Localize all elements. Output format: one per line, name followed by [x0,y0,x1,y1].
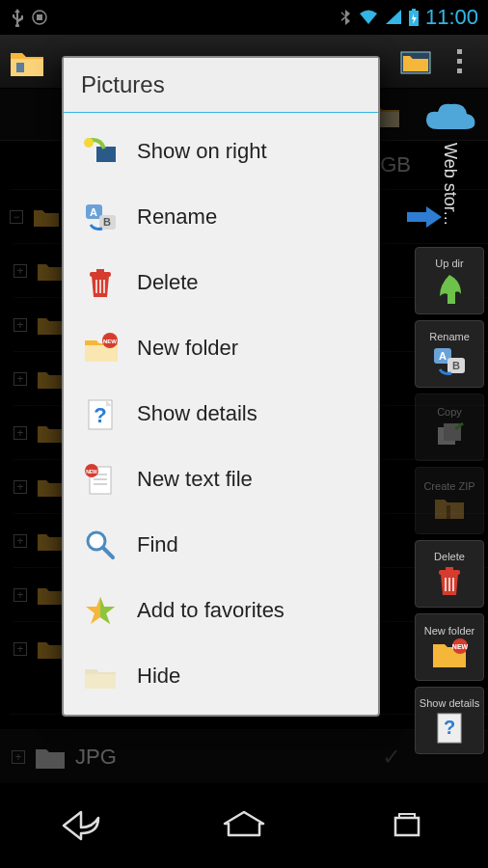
collapse-icon[interactable]: − [10,210,23,224]
sidebar-item-label: Rename [429,331,470,342]
sidebar-delete-button[interactable]: Delete [415,540,484,608]
sidebar-rename-button[interactable]: Rename AB [415,320,484,388]
expand-icon[interactable]: + [14,318,27,332]
svg-rect-16 [446,567,453,571]
folder-icon [37,314,64,336]
svg-rect-5 [16,63,24,72]
svg-text:NEW: NEW [103,339,117,344]
recent-icon [388,808,426,843]
menu-item-delete[interactable]: Delete [64,250,378,315]
svg-line-47 [103,548,113,557]
web-storage-button[interactable]: Web stor... [415,96,484,241]
trash-icon [83,265,118,300]
zip-icon [433,494,466,521]
find-icon [83,528,118,562]
folder-white-icon [35,745,66,770]
wifi-icon [358,9,379,26]
svg-point-25 [84,138,94,148]
svg-text:?: ? [444,717,455,738]
overflow-menu-icon[interactable] [438,41,480,83]
expand-icon[interactable]: + [14,426,27,440]
folder-icon [33,206,60,228]
svg-rect-50 [399,814,415,818]
usb-icon [10,8,25,27]
trash-icon [435,564,464,597]
svg-text:B: B [452,360,460,371]
sidebar-details-button[interactable]: Show details ? [415,687,484,754]
menu-item-show-on-right[interactable]: Show on right [64,119,378,184]
details-icon: ? [83,396,118,431]
expand-icon[interactable]: + [12,750,25,764]
expand-icon[interactable]: + [14,588,27,602]
menu-item-label: New folder [137,336,238,361]
battery-icon [408,8,420,27]
updir-icon [434,271,465,304]
svg-rect-1 [37,14,42,20]
svg-rect-14 [447,505,450,519]
copy-icon [434,420,465,448]
sidebar-updir-button[interactable]: Up dir [415,247,484,314]
svg-rect-35 [85,345,118,362]
folder-icon [37,530,64,552]
rename-icon: AB [83,200,118,234]
expand-icon[interactable]: + [14,642,27,656]
sidebar-item-label: New folder [424,625,475,637]
menu-item-new-folder[interactable]: NEW New folder [64,315,378,381]
adb-icon [31,8,48,27]
sidebar-item-label: Delete [434,551,465,562]
menu-item-label: Add to favorites [137,598,285,623]
signal-icon [385,9,402,26]
svg-text:NEW: NEW [452,643,468,650]
menu-item-label: Rename [137,204,217,230]
sidebar-copy-button[interactable]: Copy [415,393,484,461]
menu-item-label: Find [137,532,178,557]
menu-item-show-details[interactable]: ? Show details [64,381,378,447]
action-pane-icon[interactable] [395,41,438,83]
hide-icon [83,659,118,693]
newtext-icon: NEW [83,462,118,497]
menu-list: Show on right AB Rename Delete NEW New f… [64,113,378,715]
menu-item-label: Hide [137,664,180,689]
svg-text:B: B [103,216,111,228]
expand-icon[interactable]: + [14,480,27,494]
svg-rect-24 [96,147,116,162]
clock-text: 11:00 [425,5,478,30]
svg-text:A: A [90,206,97,218]
sidebar: Web stor... Up dir Rename AB Copy Create… [415,96,484,754]
menu-item-label: Show details [137,401,258,426]
menu-item-add-favorites[interactable]: Add to favorites [64,578,378,643]
home-icon [221,808,267,843]
bluetooth-icon [339,8,352,27]
details-icon: ? [435,711,464,744]
svg-rect-48 [85,674,116,689]
sidebar-item-label: Up dir [435,258,463,269]
svg-text:A: A [439,350,447,362]
star-icon [83,593,118,628]
back-icon [60,808,102,843]
svg-text:NEW: NEW [86,469,97,475]
home-button[interactable] [205,799,283,853]
expand-icon[interactable]: + [14,264,27,278]
sidebar-newfolder-button[interactable]: New folder NEW [415,613,484,681]
menu-item-new-text-file[interactable]: NEW New text file [64,447,378,512]
svg-rect-31 [96,269,104,273]
folder-icon [37,638,64,660]
navigation-bar [0,783,488,868]
recent-button[interactable] [368,799,446,853]
tree-row-label: JPG [75,745,117,770]
folder-icon [37,476,64,498]
dialog-title: Pictures [64,58,378,113]
sidebar-item-label: Create ZIP [423,480,474,492]
newfolder-icon: NEW [431,638,468,669]
menu-item-rename[interactable]: AB Rename [64,184,378,250]
folder-icon [37,422,64,444]
rename-icon: AB [430,344,469,377]
sidebar-zip-button[interactable]: Create ZIP [415,467,484,534]
menu-item-find[interactable]: Find [64,512,378,578]
back-button[interactable] [42,799,120,853]
expand-icon[interactable]: + [14,372,27,386]
show-right-icon [83,134,118,169]
expand-icon[interactable]: + [14,534,27,548]
menu-item-hide[interactable]: Hide [64,643,378,709]
app-icon[interactable] [8,42,46,81]
